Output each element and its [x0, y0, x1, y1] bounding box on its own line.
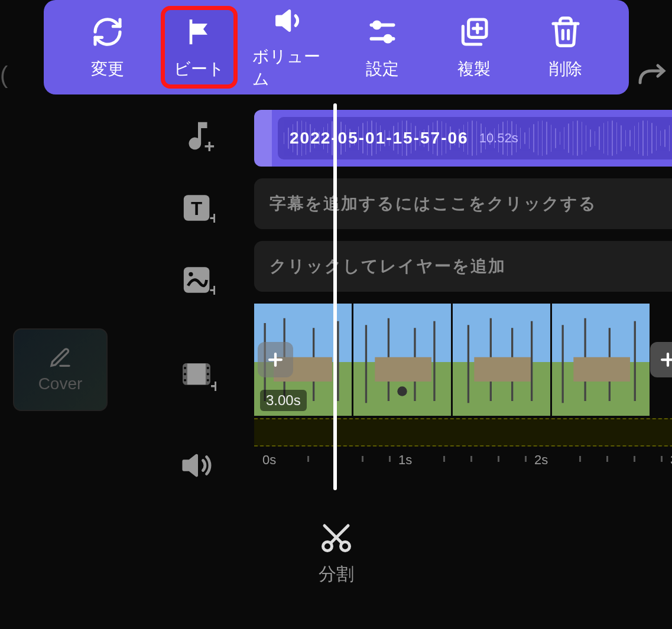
- add-layer-icon[interactable]: +: [177, 259, 219, 301]
- sound-effect-track[interactable]: [254, 418, 672, 447]
- audio-clip-toolbar: 変更 ビート ボリューム 設定 複製 削除: [44, 0, 629, 94]
- svg-point-20: [184, 373, 186, 375]
- scissors-icon: [316, 520, 357, 555]
- change-button[interactable]: 変更: [69, 6, 146, 89]
- volume-button[interactable]: ボリューム: [252, 6, 329, 89]
- svg-point-42: [397, 386, 407, 396]
- svg-point-23: [207, 373, 209, 375]
- beat-button[interactable]: ビート: [161, 6, 238, 89]
- volume-label: ボリューム: [252, 45, 329, 90]
- add-video-icon[interactable]: +: [177, 355, 219, 396]
- delete-button[interactable]: 削除: [527, 6, 604, 89]
- svg-text:+: +: [209, 208, 215, 225]
- redo-hint: [634, 62, 670, 94]
- svg-rect-35: [353, 304, 451, 362]
- svg-text:+: +: [209, 281, 215, 297]
- flag-icon: [181, 14, 217, 50]
- split-button[interactable]: 分割: [316, 520, 357, 586]
- video-clip[interactable]: [552, 304, 650, 416]
- svg-point-22: [207, 367, 209, 369]
- add-music-icon[interactable]: +: [177, 115, 219, 157]
- svg-rect-48: [531, 321, 533, 401]
- delete-label: 削除: [549, 58, 582, 80]
- replace-icon: [90, 14, 125, 50]
- svg-point-21: [184, 379, 186, 382]
- settings-button[interactable]: 設定: [344, 6, 421, 89]
- playhead[interactable]: [333, 103, 337, 490]
- change-label: 変更: [91, 58, 124, 80]
- video-clip[interactable]: [453, 304, 550, 416]
- cover-button[interactable]: Cover: [13, 328, 108, 411]
- svg-point-19: [184, 367, 186, 369]
- subtitle-track-hint[interactable]: 字幕を追加するにはここをクリックする: [254, 178, 672, 229]
- audio-clip-duration: 10.52s: [479, 131, 518, 146]
- split-label: 分割: [319, 562, 354, 586]
- svg-rect-49: [474, 357, 531, 382]
- ruler-label: 0s: [262, 452, 276, 468]
- audio-clip[interactable]: 2022-05-01-15-57-06 10.52s: [254, 110, 672, 167]
- duplicate-button[interactable]: 複製: [436, 6, 512, 89]
- svg-rect-37: [365, 325, 367, 403]
- back-hint: (: [0, 62, 8, 89]
- duplicate-label: 複製: [457, 58, 491, 80]
- subtitle-hint-label: 字幕を追加するにはここをクリックする: [270, 193, 597, 215]
- video-clip[interactable]: [353, 304, 451, 416]
- sliders-icon: [365, 14, 400, 50]
- svg-rect-52: [562, 325, 564, 403]
- svg-rect-55: [634, 321, 636, 401]
- speaker-icon: [273, 4, 309, 37]
- add-text-icon[interactable]: T+: [177, 187, 219, 229]
- svg-text:T: T: [191, 198, 202, 219]
- svg-text:+: +: [204, 136, 215, 154]
- svg-point-3: [385, 36, 391, 42]
- svg-rect-40: [433, 321, 435, 401]
- timeline-tracks: 2022-05-01-15-57-06 10.52s 字幕を追加するにはここをク…: [254, 110, 672, 470]
- volume-track-icon[interactable]: [177, 445, 219, 486]
- beat-label: ビート: [174, 58, 225, 80]
- svg-rect-41: [375, 357, 431, 382]
- add-clip-after-button[interactable]: [650, 342, 672, 377]
- ruler-label: 2s: [534, 452, 548, 468]
- trash-icon: [548, 14, 583, 50]
- time-ruler: 0s1s2s3s: [254, 452, 672, 470]
- layer-track-hint[interactable]: クリックしてレイヤーを追加: [254, 241, 672, 292]
- video-track[interactable]: 3.00s: [254, 304, 672, 416]
- svg-rect-56: [573, 357, 630, 382]
- svg-point-1: [374, 22, 379, 28]
- duplicate-icon: [456, 14, 492, 50]
- svg-point-14: [189, 272, 193, 276]
- svg-rect-45: [468, 325, 469, 403]
- svg-point-24: [207, 379, 209, 382]
- clip-duration-badge: 3.00s: [260, 390, 307, 411]
- svg-rect-33: [337, 321, 339, 401]
- audio-clip-title: 2022-05-01-15-57-06: [290, 129, 469, 148]
- svg-text:+: +: [210, 376, 216, 394]
- settings-label: 設定: [366, 58, 399, 80]
- add-clip-before-button[interactable]: [258, 342, 293, 377]
- ruler-label: 1s: [398, 452, 412, 468]
- layer-hint-label: クリックしてレイヤーを追加: [270, 255, 506, 278]
- cover-label: Cover: [38, 374, 83, 393]
- track-type-column: + T+ + +: [177, 115, 219, 486]
